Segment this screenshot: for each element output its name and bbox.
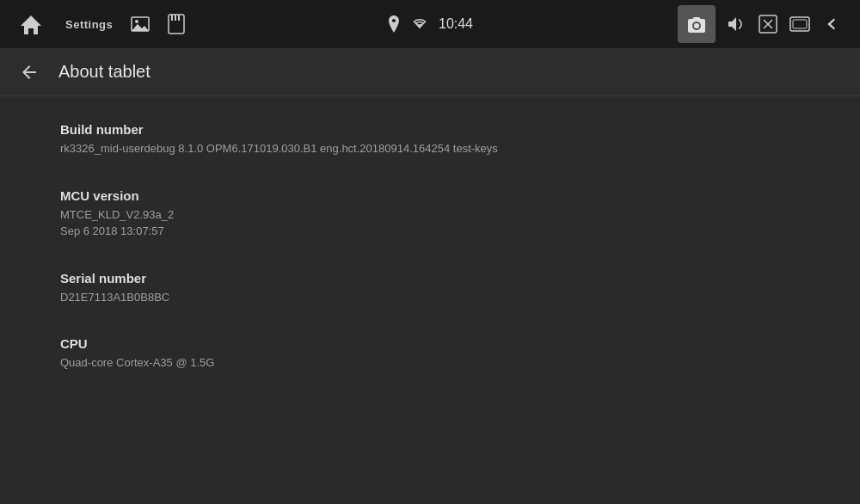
svg-rect-5 [171,15,173,21]
settings-title: Settings [65,18,113,31]
content-area: Build numberrk3326_mid-userdebug 8.1.0 O… [0,96,860,397]
back-button[interactable] [14,57,45,88]
svg-rect-6 [175,15,176,21]
page-title: About tablet [58,62,150,82]
info-item: MCU versionMTCE_KLD_V2.93a_2 Sep 6 2018 … [0,173,860,255]
info-label: Build number [60,122,800,137]
home-button[interactable] [14,7,48,41]
info-item: Build numberrk3326_mid-userdebug 8.1.0 O… [0,107,860,173]
info-label: MCU version [60,188,800,203]
svg-rect-7 [178,15,180,21]
camera-icon [686,15,707,33]
camera-button[interactable] [678,5,716,43]
svg-marker-3 [132,24,149,31]
location-icon [387,15,401,33]
status-left: Settings [14,7,185,41]
svg-marker-9 [728,17,736,31]
image-icon [130,14,150,34]
svg-rect-14 [793,20,807,28]
window-icon[interactable] [789,16,810,32]
info-value: rk3326_mid-userdebug 8.1.0 OPM6.171019.0… [60,140,800,157]
info-value: Quad-core Cortex-A35 @ 1.5G [60,354,800,372]
svg-point-2 [135,20,138,23]
info-item: Serial numberD21E7113A1B0B8BC [0,255,860,322]
info-label: Serial number [60,271,800,286]
status-right [678,5,846,43]
status-center: 10:44 [387,15,473,33]
info-label: CPU [60,336,800,351]
info-item: CPUQuad-core Cortex-A35 @ 1.5G [0,321,860,387]
info-value: MTCE_KLD_V2.93a_2 Sep 6 2018 13:07:57 [60,206,800,240]
svg-point-8 [694,23,699,28]
sd-card-icon [168,14,185,34]
system-back-icon[interactable] [822,12,846,36]
volume-icon[interactable] [728,15,746,33]
status-bar: Settings 10:44 [0,0,860,48]
wifi-icon [411,17,428,31]
info-value: D21E7113A1B0B8BC [60,289,800,306]
app-bar: About tablet [0,48,860,96]
clock: 10:44 [439,16,473,32]
svg-marker-0 [21,15,41,34]
close-box-icon[interactable] [759,15,777,34]
